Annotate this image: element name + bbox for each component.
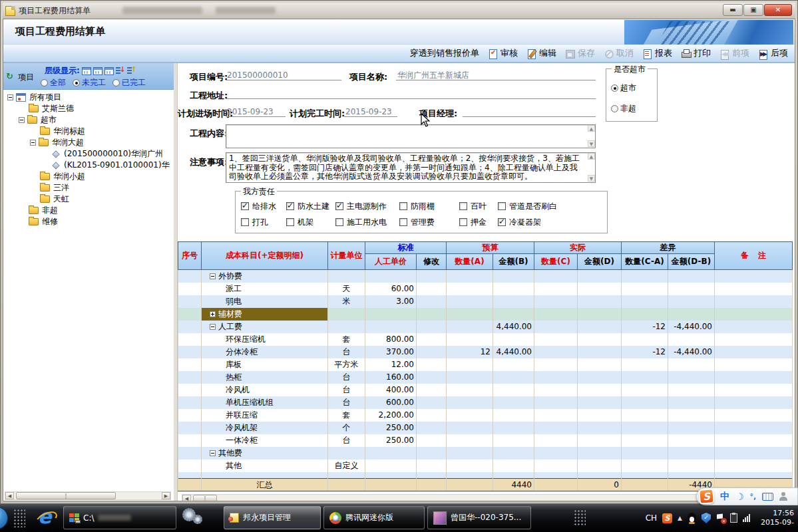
cell-price[interactable]: 250.00	[365, 422, 417, 434]
cell-seq[interactable]	[178, 409, 202, 422]
collapse-icon[interactable]	[30, 140, 36, 146]
cell-amt_db[interactable]	[668, 384, 715, 396]
cell-amt_d[interactable]	[578, 270, 622, 283]
cell-amt_b[interactable]	[493, 358, 534, 371]
table-row[interactable]: 分体冷柜台370.00124,440.00-12-4,440.00	[178, 346, 793, 358]
cell-amt_b[interactable]	[493, 396, 534, 409]
cell-amt_b[interactable]	[493, 472, 534, 479]
scroll-down-icon[interactable]: ▼	[588, 175, 595, 182]
table-row[interactable]: 一体冷柜台250.00	[178, 434, 793, 447]
table-row[interactable]: 外协费	[178, 270, 793, 283]
scroll-left-arrow[interactable]: ◀	[5, 492, 14, 499]
cell-qty_a[interactable]	[447, 434, 493, 447]
tree-item[interactable]: 三洋	[3, 182, 174, 194]
radio-icon[interactable]	[41, 79, 48, 86]
scroll-up-icon[interactable]: ▲	[588, 153, 595, 160]
cell-name[interactable]: 一体冷柜	[202, 434, 328, 447]
clock[interactable]: 17:56 2015-09-	[755, 509, 794, 527]
cell-seq[interactable]	[178, 358, 202, 371]
content-textbox[interactable]	[226, 124, 596, 148]
table-row[interactable]: 环保压缩机套800.00	[178, 333, 793, 346]
unchecked-checkbox-icon[interactable]	[241, 218, 249, 226]
responsibility-checkbox-8[interactable]: 施工用水电	[335, 214, 399, 230]
cell-qty_a[interactable]	[447, 333, 493, 346]
table-row[interactable]: 单机压缩机组台600.00	[178, 396, 793, 409]
cell-amt_d[interactable]	[578, 371, 622, 384]
cell-amt_db[interactable]	[668, 460, 715, 472]
cell-qty_ca[interactable]	[622, 283, 668, 295]
cell-qty_a[interactable]: 12	[447, 346, 493, 358]
cell-qty_ca[interactable]	[622, 434, 668, 447]
responsibility-checkbox-10[interactable]: 押金	[459, 214, 498, 230]
cell-amt_db[interactable]	[668, 396, 715, 409]
footer-seq[interactable]	[178, 479, 202, 491]
collapse-icon[interactable]	[210, 273, 216, 279]
collapse-icon[interactable]	[19, 117, 25, 123]
cell-qty_a[interactable]	[447, 409, 493, 422]
unchecked-checkbox-icon[interactable]	[335, 218, 343, 226]
cell-qty_c[interactable]	[534, 384, 578, 396]
cell-mod[interactable]	[417, 384, 447, 396]
tray-expand-icon[interactable]: ▲	[678, 515, 682, 521]
sort-asc-icon[interactable]	[127, 66, 136, 75]
cell-qty_ca[interactable]	[622, 384, 668, 396]
cell-price[interactable]: 60.00	[365, 283, 417, 295]
cell-amt_db[interactable]	[668, 371, 715, 384]
fullwidth-moon-icon[interactable]: ☽	[735, 491, 744, 502]
cell-amt_b[interactable]	[493, 384, 534, 396]
cell-seq[interactable]	[178, 396, 202, 409]
cell-unit[interactable]: 天	[328, 283, 365, 295]
checked-checkbox-icon[interactable]	[335, 202, 343, 210]
cell-amt_d[interactable]	[578, 295, 622, 308]
cell-amt_b[interactable]	[493, 434, 534, 447]
finish-date-field[interactable]: 2015-09-23	[344, 106, 397, 117]
table-row[interactable]: 并联压缩套2,200.00	[178, 409, 793, 422]
cell-qty_c[interactable]	[534, 422, 578, 434]
cell-qty_ca[interactable]	[622, 422, 668, 434]
cell-remark[interactable]	[715, 295, 793, 308]
filter-option-1[interactable]: 未完工	[73, 77, 106, 88]
cell-amt_b[interactable]: 4,440.00	[493, 321, 534, 333]
filter-option-0[interactable]: 全部	[41, 77, 66, 88]
cell-name[interactable]: 人工费	[202, 321, 328, 333]
cell-amt_b[interactable]	[493, 460, 534, 472]
cell-unit[interactable]	[328, 308, 365, 321]
cell-amt_db[interactable]	[668, 409, 715, 422]
tree-hscrollbar[interactable]: ◀ ▶	[5, 491, 171, 500]
unchecked-checkbox-icon[interactable]	[399, 218, 407, 226]
cell-mod[interactable]	[417, 422, 447, 434]
checked-checkbox-icon[interactable]	[286, 202, 294, 210]
cell-qty_c[interactable]	[534, 472, 578, 479]
sogou-logo-icon[interactable]: S	[698, 488, 715, 505]
cell-qty_c[interactable]	[534, 434, 578, 447]
cell-seq[interactable]	[178, 308, 202, 321]
cell-qty_ca[interactable]	[622, 371, 668, 384]
view-mode-icon[interactable]	[93, 67, 102, 75]
cell-name[interactable]	[202, 472, 328, 479]
cell-qty_c[interactable]	[534, 447, 578, 460]
tree-item[interactable]: 华润小超	[3, 171, 174, 182]
cell-qty_a[interactable]	[447, 371, 493, 384]
cell-qty_ca[interactable]	[622, 295, 668, 308]
cell-qty_ca[interactable]	[622, 333, 668, 346]
cell-qty_a[interactable]	[447, 447, 493, 460]
taskbar-button-bangyong[interactable]: 邦永项目管理	[224, 506, 321, 529]
cell-amt_b[interactable]	[493, 308, 534, 321]
cell-qty_a[interactable]	[447, 422, 493, 434]
cell-name[interactable]: 其他	[202, 460, 328, 472]
cell-unit[interactable]: 台	[328, 371, 365, 384]
cell-amt_d[interactable]	[578, 358, 622, 371]
responsibility-checkbox-3[interactable]: 防雨棚	[399, 198, 459, 214]
cell-price[interactable]	[365, 472, 417, 479]
cell-price[interactable]	[365, 270, 417, 283]
toolbar-item-5[interactable]: 报表	[642, 47, 672, 59]
cell-amt_d[interactable]	[578, 460, 622, 472]
cell-amt_db[interactable]	[668, 358, 715, 371]
cell-mod[interactable]	[417, 460, 447, 472]
cell-qty_a[interactable]	[447, 270, 493, 283]
cell-remark[interactable]	[715, 321, 793, 333]
cell-amt_d[interactable]	[578, 384, 622, 396]
footer-qty_ca[interactable]	[622, 479, 668, 491]
cell-remark[interactable]	[715, 447, 793, 460]
cell-amt_db[interactable]: -4,440.00	[668, 346, 715, 358]
